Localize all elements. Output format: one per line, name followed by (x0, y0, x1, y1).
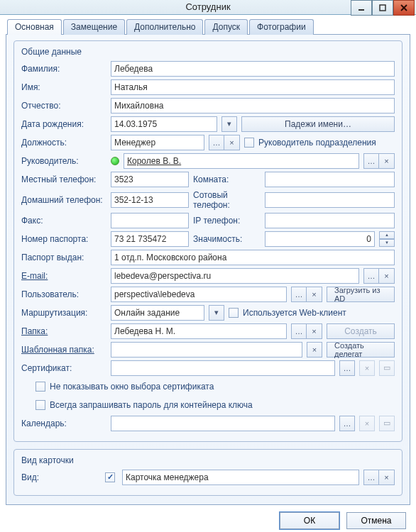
ip-phone-input[interactable] (265, 213, 395, 228)
room-input[interactable] (265, 172, 395, 187)
close-button[interactable] (393, 0, 415, 16)
email-browse-button[interactable]: … (363, 268, 379, 284)
chevron-down-icon: ▾ (214, 308, 219, 317)
routing-input[interactable] (111, 305, 204, 321)
birthdate-input[interactable] (111, 116, 217, 132)
position-input[interactable] (111, 135, 204, 150)
spin-up-icon: ▲ (385, 233, 389, 237)
birthdate-dropdown-button[interactable]: ▾ (221, 116, 237, 132)
tab-access[interactable]: Допуск (204, 19, 248, 35)
folder-browse-button[interactable]: … (291, 323, 307, 339)
card-icon: ▭ (383, 363, 390, 372)
label-home-phone: Домашний телефон: (21, 195, 106, 205)
label-always-ask-pwd: Всегда запрашивать пароль для контейнера… (50, 400, 253, 410)
significance-spin-up[interactable]: ▲ (379, 231, 395, 239)
passport-no-input[interactable] (111, 231, 189, 247)
significance-spin-down[interactable]: ▼ (379, 239, 395, 247)
patronymic-input[interactable] (111, 98, 395, 113)
dots-icon: … (368, 473, 376, 482)
x-icon: × (365, 364, 369, 372)
certificate-view-button[interactable]: ▭ (379, 360, 395, 376)
label-patronymic: Отчество: (21, 101, 106, 111)
x-icon: × (312, 290, 316, 299)
folder-clear-button[interactable]: × (307, 323, 322, 339)
manager-clear-button[interactable]: × (379, 153, 395, 169)
ok-button[interactable]: ОК (280, 512, 339, 529)
certificate-browse-button[interactable]: … (339, 360, 355, 376)
head-of-dept-checkbox[interactable] (244, 138, 254, 148)
passport-issued-input[interactable] (111, 250, 395, 265)
tab-main[interactable]: Основная (7, 19, 62, 35)
calendar-view-button[interactable]: ▭ (379, 416, 395, 431)
window: Сотрудник Основная Замещение Дополнитель… (0, 0, 416, 532)
create-delegate-button[interactable]: Создать делегат (327, 342, 395, 358)
lastname-input[interactable] (111, 61, 395, 77)
tab-panel-main: Общие данные Фамилия: Имя: Отчество: Дат… (6, 34, 410, 505)
label-template-folder[interactable]: Шаблонная папка: (21, 345, 106, 355)
folder-input[interactable] (111, 323, 287, 339)
label-email[interactable]: E-mail: (21, 271, 106, 281)
fax-input[interactable] (111, 213, 189, 228)
svg-rect-1 (380, 5, 385, 11)
titlebar: Сотрудник (0, 0, 416, 15)
manager-input[interactable] (124, 153, 359, 169)
hide-cert-dialog-checkbox[interactable] (35, 382, 45, 392)
label-fax: Факс: (21, 216, 106, 226)
x-icon: × (229, 138, 234, 147)
label-lastname: Фамилия: (21, 64, 106, 74)
home-phone-input[interactable] (111, 192, 189, 208)
calendar-browse-button[interactable]: … (339, 416, 355, 431)
tab-substitution[interactable]: Замещение (63, 19, 125, 35)
tab-additional[interactable]: Дополнительно (126, 19, 203, 35)
create-folder-button[interactable]: Создать (327, 323, 395, 339)
template-folder-clear-button[interactable]: × (307, 342, 322, 358)
dots-icon: … (344, 419, 351, 428)
group-general-title: Общие данные (21, 47, 395, 57)
routing-dropdown-button[interactable]: ▾ (209, 305, 224, 321)
significance-input[interactable] (265, 231, 375, 247)
firstname-input[interactable] (111, 79, 395, 95)
email-input[interactable] (111, 268, 359, 284)
label-cell-phone: Сотовый телефон: (193, 190, 261, 210)
x-icon: × (384, 473, 388, 482)
card-kind-clear-button[interactable]: × (379, 470, 395, 485)
cell-phone-input[interactable] (265, 192, 395, 208)
chevron-down-icon: ▾ (227, 119, 231, 128)
name-cases-button[interactable]: Падежи имени… (241, 116, 395, 132)
calendar-clear-button[interactable]: × (359, 416, 375, 431)
always-ask-pwd-checkbox[interactable] (35, 400, 45, 410)
user-clear-button[interactable]: × (307, 287, 322, 302)
load-from-ad-button[interactable]: Загрузить из AD (327, 287, 395, 302)
user-input[interactable] (111, 287, 287, 302)
minimize-button[interactable] (351, 0, 372, 16)
certificate-clear-button[interactable]: × (359, 360, 375, 376)
template-folder-input[interactable] (111, 342, 302, 358)
x-icon: × (384, 272, 388, 280)
window-buttons (351, 0, 415, 16)
group-card-kind: Вид карточки Вид: … × (13, 449, 403, 496)
position-browse-button[interactable]: … (209, 135, 224, 150)
card-kind-input[interactable] (122, 470, 359, 485)
spin-down-icon: ▼ (385, 240, 389, 245)
email-clear-button[interactable]: × (379, 268, 395, 284)
manager-browse-button[interactable]: … (363, 153, 379, 169)
cancel-button[interactable]: Отмена (346, 512, 406, 529)
label-head-of-dept: Руководитель подразделения (258, 138, 376, 148)
certificate-input[interactable] (111, 360, 335, 376)
user-browse-button[interactable]: … (291, 287, 307, 302)
label-card-kind: Вид: (21, 472, 106, 482)
web-client-checkbox[interactable] (229, 308, 239, 318)
position-clear-button[interactable]: × (224, 135, 240, 150)
dots-icon: … (344, 364, 351, 372)
local-phone-input[interactable] (111, 172, 189, 187)
label-passport-no: Номер паспорта: (21, 234, 106, 244)
label-manager: Руководитель: (21, 156, 106, 166)
tab-photos[interactable]: Фотографии (249, 19, 314, 35)
card-kind-browse-button[interactable]: … (363, 470, 379, 485)
calendar-input[interactable] (111, 416, 335, 431)
label-birthdate: Дата рождения: (21, 119, 106, 129)
card-kind-checkbox[interactable] (105, 472, 115, 482)
label-folder[interactable]: Папка: (21, 326, 106, 336)
label-local-phone: Местный телефон: (21, 174, 106, 184)
maximize-button[interactable] (372, 0, 393, 16)
